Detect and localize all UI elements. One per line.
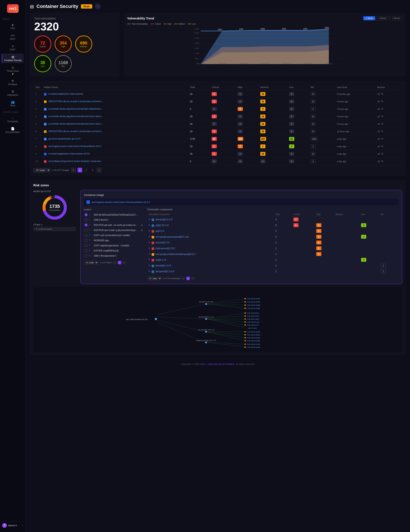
layer-checkbox[interactable]: [85, 239, 87, 242]
table-row[interactable]: 2 294101271641.dkr.ecr.us-east-1.amazona…: [33, 98, 402, 105]
user-section[interactable]: T tejassec1 ▼: [0, 521, 25, 529]
table-row[interactable]: 10 sec1software.jfrog.io/sec1-docker-loc…: [33, 158, 402, 165]
comp-table-row[interactable]: + libssl3@3.1.6-r0 1 1: [147, 263, 399, 269]
refresh-scan-btn[interactable]: ↻: [381, 152, 384, 156]
layer-item[interactable]: 5 COPY /syft /usr/local/bin/syft # build…: [84, 233, 144, 238]
table-row[interactable]: 5 us-central1-docker.pkg.dev/cve-buster/…: [33, 120, 402, 128]
comp-table-row[interactable]: + libexpat@2.6.2-r0 3 1: [147, 217, 399, 222]
artifact-link[interactable]: us-central1-docker.pkg.dev/cve-buster/gc…: [48, 108, 102, 110]
iscan-button[interactable]: iScan: [81, 4, 92, 9]
layer-checkbox[interactable]: [85, 255, 87, 257]
sidebar-item-downloads[interactable]: ↓ Downloads: [2, 114, 24, 124]
next-page-btn[interactable]: >: [97, 168, 102, 172]
plus-expand[interactable]: +: [149, 252, 150, 256]
rescan-btn[interactable]: ⇄: [377, 92, 380, 96]
table-row[interactable]: 4 us-central1-docker.pkg.dev/cve-buster/…: [33, 113, 402, 120]
artifact-link[interactable]: us-central1-docker.pkg.dev/cve-buster/se…: [48, 115, 103, 117]
plus-expand[interactable]: +: [149, 235, 150, 238]
rescan-btn[interactable]: ⇄: [377, 137, 380, 141]
rescan-btn[interactable]: ⇄: [377, 144, 380, 148]
layer-item[interactable]: 3 RUN RUN apk add --no-cache git nodejs …: [84, 223, 144, 228]
sidebar-item-container-security[interactable]: ▤ Container Security: [2, 53, 24, 63]
layer-checkbox[interactable]: [85, 249, 87, 252]
comp-table-row[interactable]: + git@2.40.1-r0 5 1 1 2: [147, 222, 399, 228]
refresh-button[interactable]: ↻: [95, 3, 101, 10]
refresh-scan-btn[interactable]: ↻: [381, 130, 384, 133]
plus-expand[interactable]: +: [149, 258, 150, 261]
sidebar-item-documentation[interactable]: 📄 Documentation: [2, 125, 24, 135]
layer-item[interactable]: 8 EXPOSE map[8099/tcp:[]]: [84, 248, 144, 253]
layer-item[interactable]: 7 COPY /app/threatpredictor . # buildkit: [84, 243, 144, 248]
page-1[interactable]: 1: [77, 168, 82, 172]
refresh-scan-btn[interactable]: ↻: [381, 137, 384, 141]
plus-expand[interactable]: +: [149, 264, 150, 267]
trend-btn-1week[interactable]: 1 Week: [363, 16, 375, 20]
comp-page-1[interactable]: 1: [186, 277, 190, 280]
comp-per-page[interactable]: 20 / page: [147, 276, 162, 280]
rescan-btn[interactable]: ⇄: [377, 100, 380, 104]
comp-prev-btn[interactable]: <: [182, 277, 185, 280]
sidebar-item-dast[interactable]: ⊙ DAST: [2, 43, 24, 53]
artifact-link[interactable]: 294101271641.dkr.ecr.us-east-1.amazonaws…: [48, 100, 104, 103]
layer-checkbox[interactable]: [85, 224, 87, 226]
table-row[interactable]: 3 us-central1-docker.pkg.dev/cve-buster/…: [33, 105, 402, 113]
sidebar-item-sast[interactable]: </> SAST: [2, 32, 24, 42]
sidebar-item-configure[interactable]: ⚙ Configure: [2, 77, 24, 87]
refresh-scan-btn[interactable]: ↻: [381, 159, 384, 163]
layer-item[interactable]: 1 ADD file:5851aef23205a072ef361dd412a73…: [84, 212, 144, 218]
layers-prev-btn[interactable]: <: [113, 261, 117, 264]
rescan-btn[interactable]: ⇄: [377, 122, 380, 126]
comp-table-row[interactable]: + ip@2.0.0 2 1: [147, 228, 399, 234]
table-row[interactable]: 8 sec1registry.azurecr.io/sec1/sec1-thre…: [33, 143, 402, 150]
layer-checkbox[interactable]: [85, 229, 87, 231]
layers-per-page[interactable]: 20 / page: [84, 261, 98, 265]
refresh-scan-btn[interactable]: ↻: [381, 122, 384, 126]
rescan-btn[interactable]: ⇄: [377, 130, 380, 133]
page-2[interactable]: 2: [84, 168, 89, 172]
table-row[interactable]: 1 icr.io/sec1registry/sec1-dast-scanner …: [33, 90, 402, 98]
layers-page-1[interactable]: 1: [118, 261, 121, 264]
layer-item[interactable]: 4 RUN RUN npm install -g @cyclonedx/cdxg…: [84, 228, 144, 233]
artifact-link[interactable]: icr.io/sec1registry/sec1-dast-scanner:v0…: [48, 152, 89, 155]
rescan-btn[interactable]: ⇄: [377, 152, 380, 156]
artifact-link[interactable]: sec1software.jfrog.io/sec1-docker-local/…: [48, 160, 103, 162]
per-page-select[interactable]: 10 / page 20 / page 50 / page: [33, 168, 50, 172]
rescan-btn[interactable]: ⇄: [377, 114, 380, 118]
artifact-link[interactable]: 294101271641.dkr.ecr.us-east-1.amazonaws…: [48, 130, 103, 133]
plus-expand[interactable]: +: [149, 223, 150, 227]
layer-checkbox[interactable]: [85, 234, 87, 237]
sidebar-item-integrations[interactable]: ⊞ Integrations: [2, 88, 24, 98]
refresh-scan-btn[interactable]: ↻: [381, 107, 384, 111]
comp-next-btn[interactable]: >: [191, 277, 195, 280]
trend-btn-1month[interactable]: 1 Month: [390, 16, 402, 20]
prev-page-btn[interactable]: <: [71, 168, 76, 172]
artifact-link[interactable]: icr.io/sec1registry/sec1-dast-scanner: [48, 93, 83, 95]
layers-next-btn[interactable]: >: [122, 261, 126, 264]
table-row[interactable]: 9 icr.io/sec1registry/sec1-dast-scanner:…: [33, 150, 402, 158]
refresh-scan-btn[interactable]: ↻: [381, 100, 384, 104]
comp-table-row[interactable]: + com.google.protobuf:protobuf-java@3.21…: [147, 251, 399, 257]
comp-table-row[interactable]: + body-parser@1.20.2 1 1: [147, 246, 399, 251]
comp-table-row[interactable]: + libcrypto3@3.1.6-r0 1 1: [147, 269, 399, 274]
vtrace-filter[interactable]: ▼ icr.io/sec1registr...: [33, 227, 76, 231]
plus-expand[interactable]: +: [149, 218, 150, 221]
comp-table-row[interactable]: + com.google.guava:guava@31.1-jre 2 1 1: [147, 234, 399, 240]
rescan-btn[interactable]: ⇄: [377, 159, 380, 163]
page-3[interactable]: 3: [90, 168, 95, 172]
refresh-scan-btn[interactable]: ↻: [381, 92, 384, 96]
plus-expand[interactable]: +: [149, 229, 150, 232]
refresh-scan-btn[interactable]: ↻: [381, 114, 384, 118]
artifact-link[interactable]: sec1registry.azurecr.io/sec1/sec1-threat…: [48, 145, 102, 147]
footer-brand-link[interactable]: Sec1 - Cybersecurity AI Fortified: [200, 363, 234, 365]
layer-checkbox[interactable]: [85, 244, 87, 247]
layer-checkbox[interactable]: [85, 213, 87, 216]
comp-table-row[interactable]: + semver@7.5.0 1 1: [147, 240, 399, 246]
plus-expand[interactable]: +: [149, 241, 150, 244]
artifact-link[interactable]: gci.io/cve-buster/docker-gs:v1.0.0: [48, 138, 81, 140]
trend-btn-2weeks[interactable]: 2 Weeks: [376, 16, 389, 20]
refresh-scan-btn[interactable]: ↻: [381, 144, 384, 148]
table-row[interactable]: 6 294101271641.dkr.ecr.us-east-1.amazona…: [33, 128, 402, 135]
layer-checkbox[interactable]: [85, 218, 87, 221]
layer-item[interactable]: 2 CMD ["/bin/sh"]: [84, 218, 144, 223]
sidebar-item-team[interactable]: 👥 Team: [2, 99, 24, 109]
